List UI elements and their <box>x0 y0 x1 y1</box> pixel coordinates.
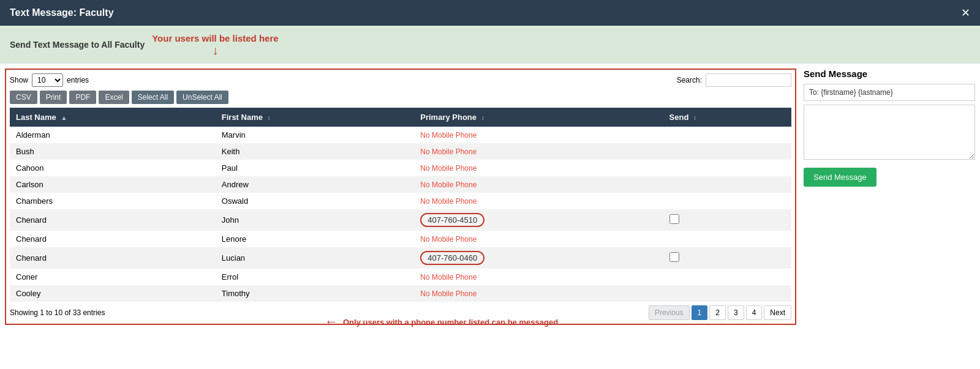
cell-last-name: Chenard <box>10 209 216 231</box>
sort-icon-lastname: ▲ <box>61 114 67 121</box>
cell-send <box>663 143 791 160</box>
show-entries-select[interactable]: 10 25 50 100 <box>32 73 63 87</box>
search-label: Search: <box>677 76 702 84</box>
col-first-name[interactable]: First Name ↕ <box>216 108 415 127</box>
title-bar: Text Message: Faculty ✕ <box>0 0 980 26</box>
send-message-title: Send Message <box>804 69 975 79</box>
no-phone-label: No Mobile Phone <box>420 235 477 244</box>
table-row: CarlsonAndrewNo Mobile Phone <box>10 176 791 193</box>
unselect-all-button[interactable]: UnSelect All <box>176 91 228 104</box>
send-message-button[interactable]: Send Message <box>804 168 876 187</box>
cell-last-name: Cooley <box>10 285 216 302</box>
export-buttons-row: CSV Print PDF Excel Select All UnSelect … <box>10 91 791 104</box>
table-row: ChenardLucian407-760-0460 <box>10 247 791 269</box>
cell-phone: No Mobile Phone <box>414 193 663 209</box>
no-phone-label: No Mobile Phone <box>420 181 477 189</box>
phone-annotation-text: Only users with a phone number listed ca… <box>343 318 558 327</box>
cell-phone: No Mobile Phone <box>414 269 663 285</box>
table-header: Last Name ▲ First Name ↕ Primary Phone ↕… <box>10 108 791 127</box>
send-checkbox[interactable] <box>669 214 679 224</box>
cell-phone: 407-760-4510 <box>414 209 663 231</box>
cell-last-name: Chenard <box>10 247 216 269</box>
print-button[interactable]: Print <box>40 91 67 104</box>
csv-button[interactable]: CSV <box>10 91 37 104</box>
no-phone-label: No Mobile Phone <box>420 289 477 298</box>
cell-first-name: Marvin <box>216 127 415 143</box>
message-textarea[interactable] <box>804 105 975 160</box>
main-layout: Show 10 25 50 100 entries Search: CSV Pr… <box>0 64 980 330</box>
header-banner: Send Text Message to All Faculty Your us… <box>0 26 980 64</box>
cell-send <box>663 285 791 302</box>
cell-send <box>663 269 791 285</box>
cell-first-name: John <box>216 209 415 231</box>
banner-annotation-section: Your users will be listed here ↓ <box>152 33 278 58</box>
cell-phone: No Mobile Phone <box>414 285 663 302</box>
dialog-title: Text Message: Faculty <box>10 7 114 18</box>
cell-first-name: Lenore <box>216 231 415 247</box>
cell-last-name: Alderman <box>10 127 216 143</box>
cell-last-name: Chambers <box>10 193 216 209</box>
cell-send <box>663 176 791 193</box>
cell-first-name: Timothy <box>216 285 415 302</box>
cell-first-name: Keith <box>216 143 415 160</box>
cell-first-name: Andrew <box>216 176 415 193</box>
sort-icon-firstname: ↕ <box>268 114 271 121</box>
col-last-name[interactable]: Last Name ▲ <box>10 108 216 127</box>
table-row: ChenardLenoreNo Mobile Phone <box>10 231 791 247</box>
cell-first-name: Errol <box>216 269 415 285</box>
right-panel: Send Message To: {firstname} {lastname} … <box>804 69 975 325</box>
excel-button[interactable]: Excel <box>99 91 129 104</box>
cell-send <box>663 193 791 209</box>
search-input[interactable] <box>706 73 791 87</box>
showing-info: Showing 1 to 10 of 33 entries <box>10 308 105 317</box>
phone-circled: 407-760-4510 <box>420 213 484 227</box>
table-body: AldermanMarvinNo Mobile PhoneBushKeithNo… <box>10 127 791 302</box>
table-row: CooleyTimothyNo Mobile Phone <box>10 285 791 302</box>
left-panel: Show 10 25 50 100 entries Search: CSV Pr… <box>5 69 796 325</box>
cell-phone: No Mobile Phone <box>414 127 663 143</box>
show-entries: Show 10 25 50 100 entries <box>10 73 89 87</box>
phone-annotation: ← Only users with a phone number listed … <box>318 313 980 332</box>
phone-circled: 407-760-0460 <box>420 251 484 265</box>
cell-last-name: Bush <box>10 143 216 160</box>
table-row: CahoonPaulNo Mobile Phone <box>10 160 791 176</box>
cell-first-name: Lucian <box>216 247 415 269</box>
sort-icon-send: ↕ <box>693 114 696 121</box>
cell-first-name: Oswald <box>216 193 415 209</box>
table-row: ChenardJohn407-760-4510 <box>10 209 791 231</box>
cell-phone: 407-760-0460 <box>414 247 663 269</box>
controls-row: Show 10 25 50 100 entries Search: <box>10 73 791 87</box>
cell-send <box>663 247 791 269</box>
no-phone-label: No Mobile Phone <box>420 131 477 140</box>
cell-last-name: Carlson <box>10 176 216 193</box>
close-button[interactable]: ✕ <box>961 6 970 20</box>
pdf-button[interactable]: PDF <box>69 91 96 104</box>
faculty-table: Last Name ▲ First Name ↕ Primary Phone ↕… <box>10 108 791 302</box>
entries-label: entries <box>67 76 89 84</box>
banner-title: Send Text Message to All Faculty <box>10 40 145 50</box>
cell-send <box>663 160 791 176</box>
cell-last-name: Coner <box>10 269 216 285</box>
no-phone-label: No Mobile Phone <box>420 147 477 156</box>
send-checkbox[interactable] <box>669 252 679 262</box>
col-send[interactable]: Send ↕ <box>663 108 791 127</box>
table-row: AldermanMarvinNo Mobile Phone <box>10 127 791 143</box>
cell-send <box>663 231 791 247</box>
col-primary-phone[interactable]: Primary Phone ↕ <box>414 108 663 127</box>
sort-icon-phone: ↕ <box>481 114 484 121</box>
no-phone-label: No Mobile Phone <box>420 197 477 206</box>
select-all-button[interactable]: Select All <box>132 91 174 104</box>
no-phone-label: No Mobile Phone <box>420 164 477 173</box>
cell-phone: No Mobile Phone <box>414 143 663 160</box>
cell-send <box>663 209 791 231</box>
no-phone-label: No Mobile Phone <box>420 273 477 281</box>
left-arrow-icon: ← <box>325 314 338 330</box>
cell-phone: No Mobile Phone <box>414 231 663 247</box>
table-row: BushKeithNo Mobile Phone <box>10 143 791 160</box>
table-row: ChambersOswaldNo Mobile Phone <box>10 193 791 209</box>
down-arrow-icon: ↓ <box>212 43 218 58</box>
cell-last-name: Chenard <box>10 231 216 247</box>
cell-first-name: Paul <box>216 160 415 176</box>
table-row: ConerErrolNo Mobile Phone <box>10 269 791 285</box>
cell-send <box>663 127 791 143</box>
